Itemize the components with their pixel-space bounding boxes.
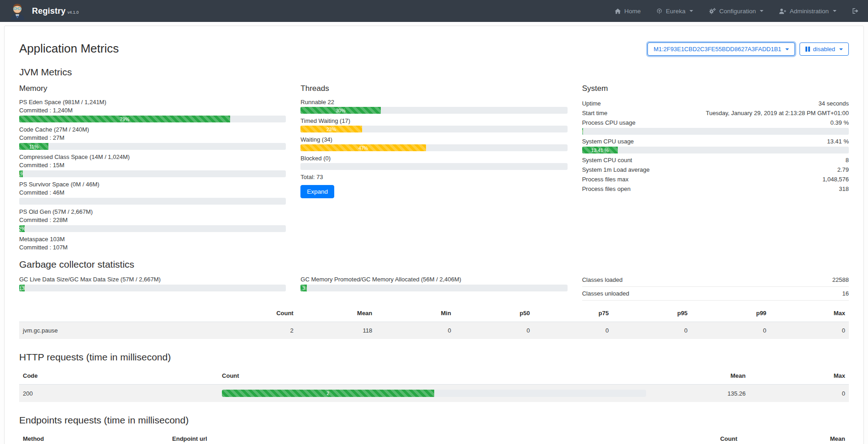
memory-title: Memory bbox=[19, 84, 286, 93]
classes-row: Classes unloaded16 bbox=[582, 288, 849, 301]
count-progress-bar-fill: 2 bbox=[222, 390, 434, 397]
column-header: Method bbox=[19, 430, 168, 444]
table-cell: 0 bbox=[455, 322, 534, 339]
system-metric-row: Process files max1,048,576 bbox=[582, 174, 849, 184]
thread-state-item: Runnable 2230% bbox=[300, 99, 567, 114]
nav-item-label: Configuration bbox=[719, 8, 756, 15]
expand-threads-button[interactable]: Expand bbox=[300, 185, 334, 198]
column-header: p50 bbox=[455, 305, 534, 322]
table-cell: 2 bbox=[218, 322, 297, 339]
gc-live-data-column: GC Live Data Size/GC Max Data Size (57M … bbox=[19, 275, 286, 302]
thread-state-progress-bar: 23% bbox=[300, 126, 567, 132]
brand-title: Registry bbox=[32, 6, 66, 16]
home-icon bbox=[615, 8, 621, 14]
thread-state-label: Timed Waiting (17) bbox=[300, 117, 567, 124]
memory-usage-progress-bar-fill: 1% bbox=[19, 170, 23, 177]
system-metric-value: 34 seconds bbox=[818, 99, 849, 108]
nav-item-administration[interactable]: Administration bbox=[779, 8, 836, 15]
table-cell: 2 bbox=[218, 385, 650, 402]
memory-pool-label: Compressed Class Space (14M / 1,024M) bbox=[19, 153, 286, 160]
classes-value: 16 bbox=[842, 289, 849, 298]
table-cell: 0 bbox=[376, 322, 455, 339]
system-cpu-progress-bar-fill: 0.39 % bbox=[582, 128, 583, 135]
chevron-down-icon bbox=[689, 10, 693, 12]
column-header: Min bbox=[376, 305, 455, 322]
column-header: Endpoint url bbox=[168, 430, 633, 444]
refresh-rate-dropdown[interactable]: disabled bbox=[800, 42, 849, 56]
gc-progress-bar: 13 bbox=[19, 285, 286, 291]
system-metric-row: System 1m Load average2.79 bbox=[582, 165, 849, 174]
nav-item-label: Home bbox=[624, 8, 641, 15]
gc-progress-bar-fill: 13 bbox=[19, 285, 25, 291]
table-header-row: CountMeanMinp50p75p95p99Max bbox=[19, 305, 849, 322]
thread-state-item: Waiting (34)47% bbox=[300, 136, 567, 151]
brand-link[interactable]: Registry v4.1.0 bbox=[32, 6, 79, 16]
chevron-down-icon bbox=[785, 48, 789, 50]
system-cpu-progress-bar: 13.41 % bbox=[582, 147, 849, 153]
system-cpu-progress-bar: 0.39 % bbox=[582, 128, 849, 135]
thread-state-progress-bar: 47% bbox=[300, 144, 567, 151]
sign-out-button[interactable] bbox=[852, 8, 859, 14]
column-header: Count bbox=[218, 305, 297, 322]
gc-progress-bar-fill: 3 bbox=[300, 285, 306, 291]
thread-state-progress-bar: 0% bbox=[300, 163, 567, 170]
table-cell: 200 bbox=[19, 385, 218, 402]
table-cell: 118 bbox=[297, 322, 376, 339]
gears-icon bbox=[709, 8, 716, 14]
system-metric-row: System CPU count8 bbox=[582, 155, 849, 165]
system-metric-label: System 1m Load average bbox=[582, 165, 650, 174]
thread-state-item: Blocked (0)0% bbox=[300, 155, 567, 170]
memory-pool-item: Metaspace 103MCommitted : 107M bbox=[19, 236, 286, 251]
memory-pool-item: PS Survivor Space (0M / 46M)Committed : … bbox=[19, 181, 286, 205]
system-metric-row: System CPU usage13.41 % bbox=[582, 137, 849, 146]
system-metric-label: Process files max bbox=[582, 174, 629, 184]
brand-version: v4.1.0 bbox=[68, 10, 79, 15]
column-header: Max bbox=[770, 305, 849, 322]
memory-pool-label: Code Cache (27M / 240M) bbox=[19, 126, 286, 133]
nav-item-home[interactable]: Home bbox=[615, 8, 641, 15]
memory-pool-committed: Committed : 15M bbox=[19, 162, 286, 169]
table-cell: 0 bbox=[612, 322, 691, 339]
thread-state-item: Timed Waiting (17)23% bbox=[300, 117, 567, 132]
chevron-down-icon bbox=[833, 10, 836, 12]
system-metric-row: Process files open318 bbox=[582, 184, 849, 194]
threads-total: Total: 73 bbox=[300, 174, 567, 180]
system-metric-value: 0.39 % bbox=[831, 118, 849, 127]
gc-bar-label: GC Live Data Size/GC Max Data Size (57M … bbox=[19, 276, 286, 283]
table-cell: 135.26 bbox=[650, 385, 749, 402]
nav-item-configuration[interactable]: Configuration bbox=[709, 8, 763, 15]
classes-label: Classes loaded bbox=[582, 275, 623, 284]
system-metric-value: 2.79 bbox=[837, 165, 849, 174]
system-metric-row: Start timeTuesday, January 29, 2019 at 2… bbox=[582, 108, 849, 118]
memory-pool-item: Code Cache (27M / 240M)Committed : 27M11… bbox=[19, 126, 286, 150]
system-metric-label: Process files open bbox=[582, 184, 631, 194]
column-header: Mean bbox=[650, 367, 749, 385]
classes-row: Classes loaded22588 bbox=[582, 275, 849, 287]
system-cpu-progress-bar-fill: 13.41 % bbox=[582, 147, 618, 153]
instance-selector-dropdown[interactable]: M1:2F93E1CBD2C3FE55BDD8627A3FADD1B1 bbox=[647, 42, 795, 56]
nav-item-eureka[interactable]: Eureka bbox=[656, 8, 693, 15]
table-cell: 0 bbox=[749, 385, 849, 402]
count-progress-bar: 2 bbox=[222, 390, 646, 397]
memory-usage-progress-bar: 79% bbox=[19, 116, 286, 122]
column-header: Count bbox=[633, 430, 741, 444]
memory-column: Memory PS Eden Space (981M / 1,241M)Comm… bbox=[19, 82, 286, 253]
table-cell: jvm.gc.pause bbox=[19, 322, 218, 339]
system-metric-label: Process CPU usage bbox=[582, 118, 636, 127]
nav-item-label: Eureka bbox=[666, 8, 685, 15]
threads-column: Threads Runnable 2230%Timed Waiting (17)… bbox=[300, 82, 567, 253]
memory-pool-label: PS Eden Space (981M / 1,241M) bbox=[19, 99, 286, 106]
memory-usage-progress-bar: 2% bbox=[19, 225, 286, 232]
memory-usage-progress-bar: 1% bbox=[19, 170, 286, 177]
memory-pool-item: PS Old Gen (57M / 2,667M)Committed : 228… bbox=[19, 208, 286, 232]
memory-pool-committed: Committed : 1,240M bbox=[19, 107, 286, 114]
memory-pool-committed: Committed : 228M bbox=[19, 217, 286, 223]
memory-pool-label: PS Survivor Space (0M / 46M) bbox=[19, 181, 286, 188]
thread-state-progress-bar-fill: 23% bbox=[300, 126, 362, 132]
classes-value: 22588 bbox=[832, 275, 849, 284]
thread-state-label: Blocked (0) bbox=[300, 155, 567, 162]
memory-usage-progress-bar-fill: 79% bbox=[19, 116, 230, 122]
table-header-row: CodeCountMeanMax bbox=[19, 367, 849, 385]
table-row: jvm.gc.pause2118000000 bbox=[19, 322, 849, 339]
endpoints-title: Endpoints requests (time in millisecond) bbox=[19, 415, 849, 426]
